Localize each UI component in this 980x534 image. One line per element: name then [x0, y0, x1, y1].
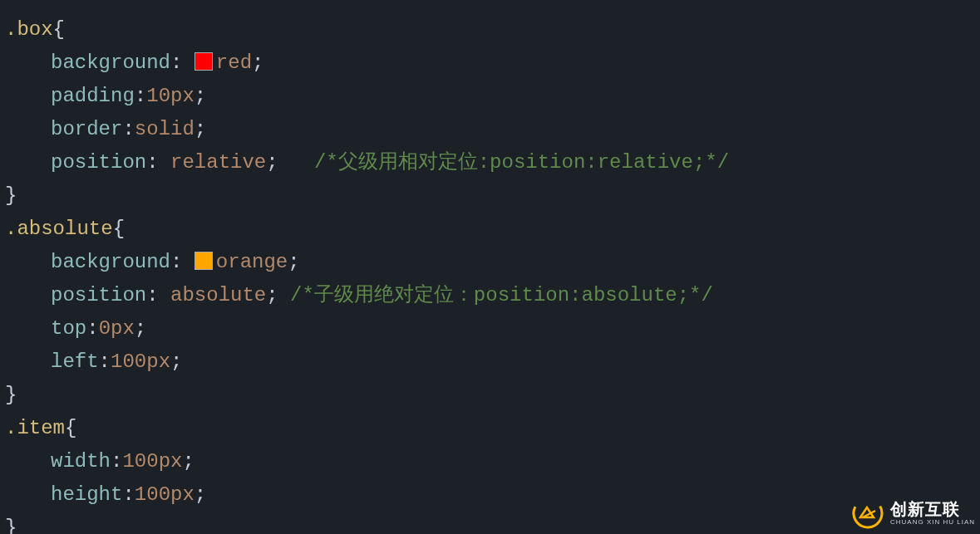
semicolon: ;	[288, 246, 299, 279]
semicolon: ;	[266, 279, 278, 312]
code-line: left:100px;	[5, 345, 980, 379]
semicolon: ;	[170, 345, 182, 379]
code-line: .box{	[5, 13, 980, 47]
semicolon: ;	[195, 80, 206, 113]
semicolon: ;	[195, 113, 206, 146]
css-value: 100px	[135, 478, 195, 512]
code-line: position: relative; /*父级用相对定位:position:r…	[5, 146, 980, 179]
css-selector: .item	[5, 412, 65, 445]
css-value: 100px	[122, 445, 182, 478]
code-line: }	[5, 512, 980, 534]
code-line: background: red;	[5, 47, 980, 80]
color-swatch-icon	[195, 252, 213, 270]
semicolon: ;	[252, 47, 263, 80]
css-property: position	[51, 146, 146, 179]
brace-close: }	[5, 379, 17, 412]
brand-logo-icon	[850, 496, 885, 531]
code-line: background: orange;	[5, 246, 980, 279]
code-line: .item{	[5, 412, 980, 445]
code-line: padding:10px;	[5, 80, 980, 113]
colon: :	[111, 445, 122, 478]
colon: :	[170, 246, 195, 279]
colon: :	[99, 345, 111, 379]
code-line: top:0px;	[5, 312, 980, 345]
css-value: 10px	[146, 80, 195, 113]
css-selector: .box	[5, 13, 53, 47]
semicolon: ;	[135, 312, 146, 345]
brace-open: {	[53, 13, 65, 47]
brace-close: }	[5, 512, 17, 534]
watermark: 创新互联 CHUANG XIN HU LIAN	[850, 496, 975, 531]
css-property: background	[51, 47, 170, 80]
css-value: 100px	[111, 345, 170, 379]
colon: :	[170, 47, 195, 80]
css-selector: .absolute	[5, 213, 113, 246]
css-comment: /*父级用相对定位:position:relative;*/	[314, 146, 729, 179]
css-property: padding	[51, 80, 135, 113]
brace-open: {	[65, 412, 76, 445]
css-value: 0px	[99, 312, 135, 345]
css-property: background	[51, 246, 170, 279]
code-editor[interactable]: .box{ background: red; padding:10px; bor…	[0, 0, 980, 534]
brand-name-en: CHUANG XIN HU LIAN	[890, 519, 975, 526]
css-property: left	[51, 345, 99, 379]
css-value: solid	[135, 113, 195, 146]
semicolon: ;	[266, 146, 278, 179]
css-property: width	[51, 445, 111, 478]
code-line: position: absolute; /*子级用绝对定位：position:a…	[5, 279, 980, 312]
code-line: height:100px;	[5, 478, 980, 512]
brand-name-cn: 创新互联	[890, 501, 975, 517]
brace-close: }	[5, 179, 17, 213]
colon: :	[122, 478, 134, 512]
code-line: border:solid;	[5, 113, 980, 146]
code-line: .absolute{	[5, 213, 980, 246]
css-value: relative	[170, 146, 266, 179]
colon: :	[135, 80, 146, 113]
css-property: height	[51, 478, 122, 512]
brace-open: {	[113, 213, 125, 246]
color-swatch-icon	[195, 52, 213, 71]
css-value: orange	[216, 246, 288, 279]
css-value: absolute	[170, 279, 266, 312]
css-value: red	[216, 47, 252, 80]
colon: :	[122, 113, 134, 146]
css-property: position	[51, 279, 146, 312]
semicolon: ;	[195, 478, 206, 512]
code-line: }	[5, 179, 980, 213]
code-line: width:100px;	[5, 445, 980, 478]
colon: :	[146, 279, 170, 312]
colon: :	[146, 146, 170, 179]
css-property: border	[51, 113, 122, 146]
colon: :	[86, 312, 98, 345]
svg-point-0	[850, 496, 885, 531]
css-property: top	[51, 312, 86, 345]
css-comment: /*子级用绝对定位：position:absolute;*/	[290, 279, 713, 312]
brand-text: 创新互联 CHUANG XIN HU LIAN	[890, 501, 975, 526]
semicolon: ;	[182, 445, 194, 478]
code-line: }	[5, 379, 980, 412]
